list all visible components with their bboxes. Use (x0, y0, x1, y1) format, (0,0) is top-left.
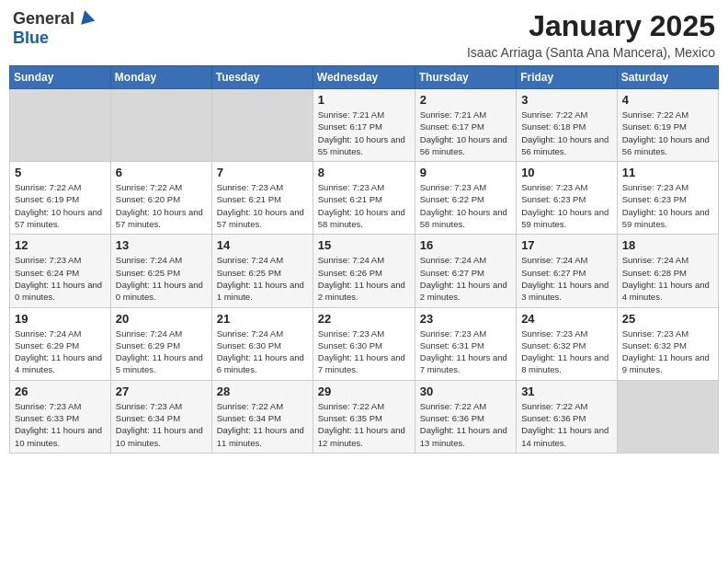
calendar-cell: 4Sunrise: 7:22 AMSunset: 6:19 PMDaylight… (617, 89, 718, 162)
calendar-cell: 9Sunrise: 7:23 AMSunset: 6:22 PMDaylight… (415, 162, 516, 235)
calendar-cell: 23Sunrise: 7:23 AMSunset: 6:31 PMDayligh… (415, 307, 516, 380)
weekday-header: Thursday (415, 66, 516, 89)
calendar-cell: 21Sunrise: 7:24 AMSunset: 6:30 PMDayligh… (211, 307, 313, 380)
calendar-cell: 22Sunrise: 7:23 AMSunset: 6:30 PMDayligh… (313, 307, 415, 380)
day-number: 23 (420, 312, 511, 326)
day-number: 10 (521, 166, 612, 179)
calendar-cell: 26Sunrise: 7:23 AMSunset: 6:33 PMDayligh… (10, 380, 111, 453)
day-info: Sunrise: 7:23 AMSunset: 6:32 PMDaylight:… (622, 327, 713, 376)
header: General Blue January 2025 Isaac Arriaga … (9, 9, 719, 60)
calendar-week-row: 19Sunrise: 7:24 AMSunset: 6:29 PMDayligh… (10, 307, 719, 380)
title-area: January 2025 Isaac Arriaga (Santa Ana Ma… (467, 9, 715, 60)
weekday-header: Tuesday (211, 66, 313, 89)
day-info: Sunrise: 7:22 AMSunset: 6:36 PMDaylight:… (420, 400, 511, 449)
logo: General Blue (13, 9, 95, 48)
logo-triangle-icon (78, 8, 95, 29)
day-number: 25 (622, 312, 713, 326)
day-info: Sunrise: 7:23 AMSunset: 6:22 PMDaylight:… (420, 181, 511, 230)
day-number: 2 (420, 93, 511, 107)
weekday-header: Saturday (617, 66, 718, 89)
day-number: 1 (318, 93, 410, 107)
day-info: Sunrise: 7:22 AMSunset: 6:36 PMDaylight:… (521, 400, 612, 449)
logo-general: General (13, 9, 74, 29)
calendar-title: January 2025 (467, 9, 715, 43)
calendar-cell: 31Sunrise: 7:22 AMSunset: 6:36 PMDayligh… (517, 380, 618, 453)
calendar-cell: 20Sunrise: 7:24 AMSunset: 6:29 PMDayligh… (110, 307, 211, 380)
day-number: 18 (622, 238, 713, 252)
svg-marker-0 (78, 8, 95, 25)
calendar-table: SundayMondayTuesdayWednesdayThursdayFrid… (9, 65, 719, 454)
calendar-cell: 13Sunrise: 7:24 AMSunset: 6:25 PMDayligh… (110, 235, 211, 307)
calendar-cell: 7Sunrise: 7:23 AMSunset: 6:21 PMDaylight… (211, 162, 313, 235)
calendar-cell: 24Sunrise: 7:23 AMSunset: 6:32 PMDayligh… (517, 307, 618, 380)
calendar-cell: 18Sunrise: 7:24 AMSunset: 6:28 PMDayligh… (617, 235, 718, 307)
day-info: Sunrise: 7:23 AMSunset: 6:32 PMDaylight:… (521, 327, 612, 376)
day-number: 3 (521, 93, 612, 107)
calendar-cell: 16Sunrise: 7:24 AMSunset: 6:27 PMDayligh… (415, 235, 516, 307)
calendar-cell (211, 89, 313, 162)
calendar-cell: 1Sunrise: 7:21 AMSunset: 6:17 PMDaylight… (313, 89, 415, 162)
day-number: 12 (15, 238, 106, 252)
day-info: Sunrise: 7:23 AMSunset: 6:21 PMDaylight:… (217, 181, 308, 230)
calendar-cell: 11Sunrise: 7:23 AMSunset: 6:23 PMDayligh… (617, 162, 718, 235)
day-info: Sunrise: 7:23 AMSunset: 6:31 PMDaylight:… (420, 327, 511, 376)
day-number: 24 (521, 312, 612, 326)
calendar-cell: 3Sunrise: 7:22 AMSunset: 6:18 PMDaylight… (517, 89, 618, 162)
calendar-cell: 25Sunrise: 7:23 AMSunset: 6:32 PMDayligh… (617, 307, 718, 380)
calendar-week-row: 26Sunrise: 7:23 AMSunset: 6:33 PMDayligh… (10, 380, 719, 453)
weekday-header: Monday (110, 66, 211, 89)
calendar-cell: 17Sunrise: 7:24 AMSunset: 6:27 PMDayligh… (517, 235, 618, 307)
calendar-cell: 6Sunrise: 7:22 AMSunset: 6:20 PMDaylight… (110, 162, 211, 235)
day-info: Sunrise: 7:22 AMSunset: 6:19 PMDaylight:… (622, 109, 713, 157)
calendar-week-row: 12Sunrise: 7:23 AMSunset: 6:24 PMDayligh… (10, 235, 719, 307)
day-number: 28 (217, 385, 308, 398)
calendar-cell: 14Sunrise: 7:24 AMSunset: 6:25 PMDayligh… (211, 235, 313, 307)
day-info: Sunrise: 7:24 AMSunset: 6:25 PMDaylight:… (217, 254, 308, 303)
day-info: Sunrise: 7:23 AMSunset: 6:23 PMDaylight:… (622, 181, 713, 230)
day-number: 21 (217, 312, 308, 326)
day-number: 4 (622, 93, 713, 107)
day-info: Sunrise: 7:24 AMSunset: 6:27 PMDaylight:… (420, 254, 511, 303)
logo-blue: Blue (13, 29, 49, 47)
weekday-header: Sunday (10, 66, 111, 89)
day-info: Sunrise: 7:23 AMSunset: 6:21 PMDaylight:… (318, 181, 410, 230)
day-info: Sunrise: 7:22 AMSunset: 6:35 PMDaylight:… (318, 400, 410, 449)
day-info: Sunrise: 7:22 AMSunset: 6:34 PMDaylight:… (217, 400, 308, 449)
calendar-cell: 2Sunrise: 7:21 AMSunset: 6:17 PMDaylight… (415, 89, 516, 162)
calendar-cell: 10Sunrise: 7:23 AMSunset: 6:23 PMDayligh… (517, 162, 618, 235)
day-number: 7 (217, 166, 308, 179)
calendar-cell: 5Sunrise: 7:22 AMSunset: 6:19 PMDaylight… (10, 162, 111, 235)
calendar-cell: 19Sunrise: 7:24 AMSunset: 6:29 PMDayligh… (10, 307, 111, 380)
calendar-cell: 8Sunrise: 7:23 AMSunset: 6:21 PMDaylight… (313, 162, 415, 235)
day-info: Sunrise: 7:24 AMSunset: 6:27 PMDaylight:… (521, 254, 612, 303)
calendar-cell: 28Sunrise: 7:22 AMSunset: 6:34 PMDayligh… (211, 380, 313, 453)
day-info: Sunrise: 7:24 AMSunset: 6:25 PMDaylight:… (116, 254, 207, 303)
weekday-header: Friday (517, 66, 618, 89)
day-info: Sunrise: 7:22 AMSunset: 6:20 PMDaylight:… (116, 181, 207, 230)
day-info: Sunrise: 7:21 AMSunset: 6:17 PMDaylight:… (420, 109, 511, 157)
day-number: 5 (15, 166, 106, 179)
day-info: Sunrise: 7:24 AMSunset: 6:29 PMDaylight:… (15, 327, 106, 376)
day-number: 14 (217, 238, 308, 252)
day-info: Sunrise: 7:24 AMSunset: 6:26 PMDaylight:… (318, 254, 410, 303)
day-number: 22 (318, 312, 410, 326)
calendar-week-row: 5Sunrise: 7:22 AMSunset: 6:19 PMDaylight… (10, 162, 719, 235)
day-number: 17 (521, 238, 612, 252)
day-info: Sunrise: 7:24 AMSunset: 6:29 PMDaylight:… (116, 327, 207, 376)
weekday-header: Wednesday (313, 66, 415, 89)
day-info: Sunrise: 7:24 AMSunset: 6:28 PMDaylight:… (622, 254, 713, 303)
day-number: 15 (318, 238, 410, 252)
day-number: 30 (420, 385, 511, 398)
day-number: 16 (420, 238, 511, 252)
day-info: Sunrise: 7:22 AMSunset: 6:18 PMDaylight:… (521, 109, 612, 157)
day-info: Sunrise: 7:21 AMSunset: 6:17 PMDaylight:… (318, 109, 410, 157)
day-number: 26 (15, 385, 106, 398)
day-number: 19 (15, 312, 106, 326)
calendar-cell (10, 89, 111, 162)
day-number: 6 (116, 166, 207, 179)
day-number: 8 (318, 166, 410, 179)
day-number: 20 (116, 312, 207, 326)
day-number: 9 (420, 166, 511, 179)
calendar-cell (110, 89, 211, 162)
calendar-week-row: 1Sunrise: 7:21 AMSunset: 6:17 PMDaylight… (10, 89, 719, 162)
